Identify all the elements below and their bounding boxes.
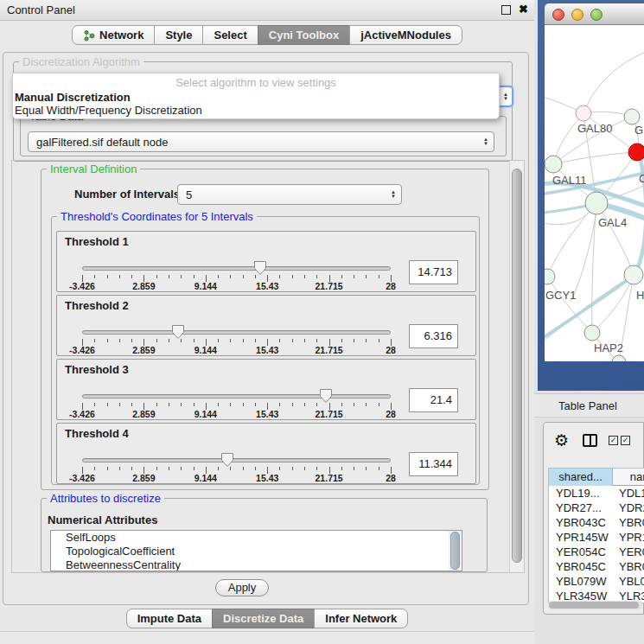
checkbox-checked-icon[interactable]: ✓: [609, 436, 618, 445]
tab-discretize-data[interactable]: Discretize Data: [212, 609, 315, 628]
network-node[interactable]: [545, 269, 555, 284]
column-divider: [590, 436, 591, 445]
gear-icon[interactable]: ⚙: [554, 430, 569, 450]
network-edge[interactable]: [592, 275, 634, 333]
zoom-traffic-light-icon[interactable]: [590, 9, 603, 21]
control-panel-titlebar: Control Panel ✖: [0, 0, 534, 21]
tab-infer-network[interactable]: Infer Network: [314, 609, 408, 628]
attribute-item-selfloops[interactable]: SelfLoops: [51, 531, 462, 545]
algorithm-option-equal-width-frequency-discretization[interactable]: Equal Width/Frequency Discretization: [15, 104, 202, 117]
network-icon: [83, 29, 95, 41]
table-row[interactable]: YER054CYER0: [549, 545, 644, 559]
table-data-combobox[interactable]: galFiltered.sif default node ▲ ▼: [28, 131, 494, 152]
slider-track[interactable]: [82, 330, 391, 335]
threshold-value-field[interactable]: 14.713: [409, 260, 458, 284]
tab-cyni-toolbox[interactable]: Cyni Toolbox: [258, 25, 350, 45]
table-row[interactable]: YBL079WYBL0: [549, 574, 644, 589]
table-cell: YBR0: [614, 559, 644, 574]
tab-impute-data[interactable]: Impute Data: [126, 609, 213, 628]
tab-label: Style: [165, 29, 192, 41]
tab-label: jActiveMNodules: [360, 29, 451, 41]
attribute-item-topologicalcoefficient[interactable]: TopologicalCoefficient: [51, 545, 462, 558]
close-icon[interactable]: ✖: [519, 3, 528, 16]
threshold-value-field[interactable]: 21.4: [409, 388, 458, 412]
numerical-attributes-label: Numerical Attributes: [48, 513, 157, 526]
network-node[interactable]: [612, 355, 626, 361]
table-cell: YBR0: [614, 515, 644, 530]
node-label-gal4: GAL4: [598, 216, 627, 229]
table-panel-window: ⚙ ✓ ✓ shared...name YDL19...YDL1YDR27...…: [543, 422, 644, 615]
table-row[interactable]: YDR27...YDR2: [549, 501, 644, 515]
tab-select[interactable]: Select: [202, 25, 258, 45]
table-row[interactable]: YPR145WYPR1: [549, 530, 644, 545]
table-cell: YBL079W: [549, 574, 613, 589]
algorithm-option-manual-discretization[interactable]: Manual Discretization: [15, 91, 131, 104]
tab-jactivemnodules[interactable]: jActiveMNodules: [349, 25, 462, 45]
node-label-c: C: [639, 172, 644, 185]
slider-thumb[interactable]: [253, 260, 267, 276]
table-hscrollbar[interactable]: [548, 601, 642, 609]
network-view-window: GAL80G.CGAL11GAL4GCY1HHAP2: [538, 0, 644, 391]
numerical-attributes-list[interactable]: SelfLoopsTopologicalCoefficientBetweenne…: [50, 530, 462, 571]
table-cell: YER0: [614, 545, 644, 559]
bottom-tab-bar: Impute DataDiscretize DataInfer Network: [0, 609, 534, 628]
network-canvas[interactable]: GAL80G.CGAL11GAL4GCY1HHAP2: [545, 25, 644, 361]
network-edge[interactable]: [583, 53, 644, 113]
node-label-g: G.: [634, 124, 644, 137]
close-traffic-light-icon[interactable]: [552, 9, 564, 21]
network-window-titlebar[interactable]: [545, 3, 644, 25]
apply-button[interactable]: Apply: [215, 579, 269, 596]
minimize-traffic-light-icon[interactable]: [571, 9, 583, 21]
network-node[interactable]: [584, 325, 600, 341]
column-header-shared[interactable]: shared...: [549, 469, 613, 486]
table-cell: YBL0: [614, 574, 644, 589]
table-cell: YDR2: [614, 501, 644, 515]
combobox-stepper: ▲ ▼: [503, 92, 508, 101]
num-intervals-combobox[interactable]: 5 ▲ ▼: [177, 184, 402, 205]
tab-network[interactable]: Network: [72, 25, 155, 45]
checkbox-checked-icon[interactable]: ✓: [621, 436, 630, 445]
thresholds-group-title: Threshold's Coordinates for 5 Intervals: [57, 210, 257, 223]
network-node[interactable]: [624, 109, 640, 124]
threshold-value-field[interactable]: 6.316: [409, 324, 458, 348]
app-root: Control Panel ✖ NetworkStyleSelectCyni T…: [0, 0, 644, 644]
panel-scrollbar-thumb[interactable]: [512, 169, 522, 563]
column-header-name[interactable]: name: [614, 469, 644, 486]
table-hscrollbar-thumb[interactable]: [549, 602, 639, 609]
slider-track[interactable]: [82, 394, 391, 399]
list-scrollbar[interactable]: [449, 531, 462, 571]
threshold-panel-1: Threshold 1-3.4262.8599.14415.4321.71528…: [56, 231, 476, 292]
threshold-value-field[interactable]: 11.344: [409, 452, 458, 476]
slider-thumb[interactable]: [171, 324, 185, 340]
num-intervals-value: 5: [186, 188, 192, 201]
network-node[interactable]: [545, 156, 562, 173]
settings-scrollpane: Interval Definition Number of Intervals …: [11, 160, 525, 573]
slider-thumb[interactable]: [220, 452, 234, 468]
slider-track[interactable]: [82, 266, 391, 271]
network-node[interactable]: [628, 143, 644, 161]
threshold-panel-4: Threshold 4-3.4262.8599.14415.4321.71528…: [56, 423, 476, 484]
slider-thumb[interactable]: [319, 388, 333, 404]
list-scrollbar-thumb[interactable]: [450, 532, 460, 570]
discretization-group-title: Discretization Algorithm: [19, 55, 143, 68]
network-edge[interactable]: [547, 203, 596, 277]
attribute-item-betweennesscentrality[interactable]: BetweennessCentrality: [51, 558, 462, 571]
network-edge[interactable]: [553, 152, 637, 164]
network-edge[interactable]: [547, 277, 592, 333]
network-node[interactable]: [576, 105, 591, 121]
tab-style[interactable]: Style: [154, 25, 203, 45]
bottom-tab-strip: Impute DataDiscretize DataInfer Network: [0, 605, 534, 632]
slider-track[interactable]: [82, 458, 391, 462]
table-panel-titlebar: Table Panel: [534, 393, 644, 418]
table-cell: YPR145W: [549, 530, 613, 545]
table-row[interactable]: YDL19...YDL1: [549, 486, 644, 501]
table-row[interactable]: YBR045CYBR0: [549, 559, 644, 574]
table-cell: YDL1: [614, 486, 644, 501]
panel-scrollbar[interactable]: [509, 161, 524, 572]
network-node[interactable]: [585, 192, 608, 214]
network-node[interactable]: [624, 265, 643, 284]
network-graph: GAL80G.CGAL11GAL4GCY1HHAP2: [545, 25, 644, 361]
table-row[interactable]: YBR043CYBR0: [549, 515, 644, 530]
float-window-icon[interactable]: [501, 5, 511, 15]
column-layout-icon[interactable]: [583, 434, 597, 447]
